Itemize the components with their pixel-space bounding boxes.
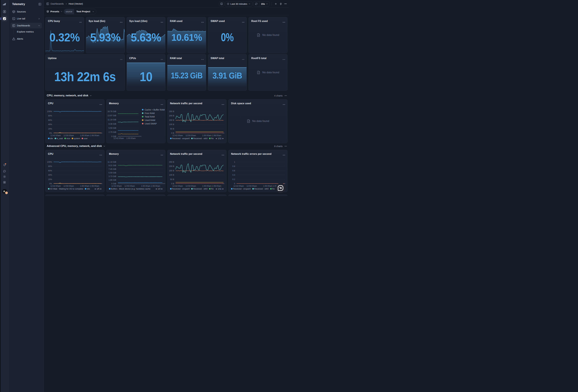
svg-text:5.59 GiB: 5.59 GiB — [108, 172, 116, 174]
svg-text:0%: 0% — [49, 183, 52, 185]
svg-text:16.76 GiB: 16.76 GiB — [107, 110, 116, 112]
svg-text:150 B: 150 B — [169, 119, 174, 121]
svg-text:1:00:00am: 1:00:00am — [202, 185, 211, 187]
svg-text:80%: 80% — [48, 165, 52, 167]
svg-text:40%: 40% — [48, 123, 52, 126]
svg-text:60%: 60% — [48, 169, 52, 172]
svg-text:1:00:00am: 1:00:00am — [202, 134, 211, 137]
svg-text:20%: 20% — [48, 128, 52, 130]
svg-text:2.79 GiB: 2.79 GiB — [108, 131, 116, 133]
svg-text:7.45 GiB: 7.45 GiB — [108, 168, 116, 170]
svg-text:1:00:00am: 1:00:00am — [80, 134, 89, 137]
svg-text:1:06:00am: 1:06:00am — [151, 185, 160, 187]
svg-text:200 B: 200 B — [169, 165, 174, 167]
svg-text:0.2: 0.2 — [233, 178, 235, 180]
svg-text:0 B: 0 B — [171, 132, 174, 134]
svg-text:50 B: 50 B — [170, 128, 174, 130]
svg-text:40%: 40% — [48, 174, 52, 176]
svg-text:50 B: 50 B — [170, 178, 174, 180]
svg-text:12:42:00am: 12:42:00am — [50, 134, 61, 137]
svg-text:1:00:00am: 1:00:00am — [126, 137, 136, 140]
svg-text:250 B: 250 B — [169, 161, 174, 163]
svg-text:100%: 100% — [47, 161, 52, 163]
svg-text:9.31 GiB: 9.31 GiB — [108, 164, 116, 167]
svg-text:12:42:00am: 12:42:00am — [233, 185, 244, 187]
svg-text:12:42:00am: 12:42:00am — [111, 185, 122, 187]
svg-text:1:00:00am: 1:00:00am — [263, 185, 272, 187]
svg-text:20%: 20% — [48, 178, 52, 180]
svg-text:12:42:00am: 12:42:00am — [113, 137, 124, 140]
svg-text:0 B: 0 B — [171, 183, 174, 185]
svg-text:8.38 GiB: 8.38 GiB — [108, 123, 116, 125]
svg-text:12:50:00am: 12:50:00am — [185, 185, 196, 187]
svg-text:100 B: 100 B — [169, 123, 174, 126]
svg-text:12:42:00am: 12:42:00am — [172, 185, 183, 187]
svg-text:0.6: 0.6 — [233, 169, 235, 172]
svg-text:0 GiB: 0 GiB — [111, 182, 116, 185]
svg-text:0.8: 0.8 — [233, 165, 235, 167]
svg-text:5.59 GiB: 5.59 GiB — [108, 127, 116, 129]
svg-text:200 B: 200 B — [169, 115, 174, 117]
svg-text:100%: 100% — [47, 110, 52, 112]
svg-text:150 B: 150 B — [169, 169, 174, 172]
svg-text:13.97 GiB: 13.97 GiB — [107, 114, 116, 117]
svg-text:1.86 GiB: 1.86 GiB — [108, 179, 116, 181]
svg-text:0%: 0% — [49, 132, 52, 134]
svg-text:1:06:00am: 1:06:00am — [212, 134, 221, 137]
svg-text:1:00:00am: 1:00:00am — [141, 185, 150, 187]
svg-text:12:42:00am: 12:42:00am — [172, 134, 183, 137]
svg-text:60%: 60% — [48, 119, 52, 121]
svg-text:80%: 80% — [48, 115, 52, 117]
svg-text:1:06:00am: 1:06:00am — [212, 185, 221, 187]
svg-text:12:50:00am: 12:50:00am — [185, 134, 196, 137]
svg-text:1:06:00am: 1:06:00am — [90, 134, 99, 137]
svg-text:12:50:00am: 12:50:00am — [63, 134, 74, 137]
svg-text:11.18 GiB: 11.18 GiB — [107, 119, 116, 121]
svg-text:100 B: 100 B — [169, 174, 174, 176]
svg-text:1:00:00am: 1:00:00am — [80, 185, 89, 187]
svg-text:3.73 GiB: 3.73 GiB — [108, 175, 116, 177]
svg-text:1: 1 — [234, 161, 235, 163]
svg-text:250 B: 250 B — [169, 110, 174, 112]
svg-text:12:50:00am: 12:50:00am — [124, 185, 135, 187]
svg-text:12:50:00am: 12:50:00am — [246, 185, 257, 187]
svg-text:1:06:00am: 1:06:00am — [90, 185, 99, 187]
svg-text:0: 0 — [234, 183, 235, 185]
svg-text:11.18 GiB: 11.18 GiB — [107, 161, 116, 163]
svg-text:0.4: 0.4 — [233, 174, 235, 176]
svg-text:12:50:00am: 12:50:00am — [63, 185, 74, 187]
svg-text:12:42:00am: 12:42:00am — [50, 185, 61, 187]
